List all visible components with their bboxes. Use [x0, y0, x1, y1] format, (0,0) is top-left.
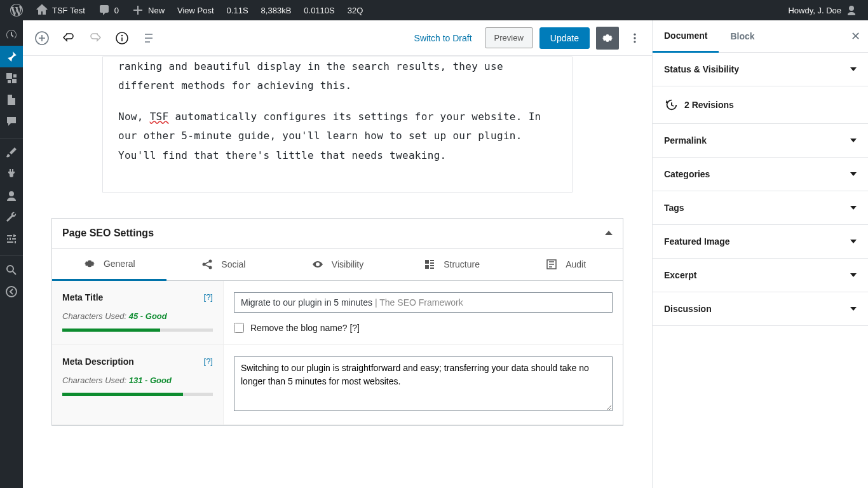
brush-icon [5, 146, 18, 159]
more-menu[interactable] [625, 27, 644, 50]
svg-point-9 [634, 41, 635, 43]
chevron-down-icon [850, 139, 857, 142]
site-name[interactable]: TSF Test [31, 0, 90, 20]
meta-title-row: Meta Title [?] Characters Used: 45 - Goo… [52, 281, 623, 345]
plug-icon [5, 168, 18, 180]
tab-document[interactable]: Document [653, 20, 719, 53]
section-status[interactable]: Status & Visibility [653, 53, 868, 86]
svg-point-10 [203, 262, 206, 266]
meta-desc-chars: Characters Used: 131 - Good [62, 376, 213, 385]
chevron-down-icon [850, 67, 857, 71]
remove-blog-name-checkbox[interactable] [234, 323, 244, 333]
paragraph-2[interactable]: Now, TSF automatically configures its se… [118, 107, 557, 165]
chevron-down-icon [850, 206, 857, 210]
nav-plugins[interactable] [0, 163, 23, 185]
metric-mem[interactable]: 8,383kB [256, 0, 297, 20]
sliders-icon [5, 233, 18, 245]
nav-collapse[interactable] [0, 281, 23, 302]
search-icon [5, 264, 18, 276]
seo-tabs: General Social Visibility Structure Audi… [52, 248, 623, 281]
switch-to-draft[interactable]: Switch to Draft [408, 29, 478, 47]
undo-button[interactable] [57, 27, 80, 50]
meta-title-help[interactable]: [?] [204, 292, 213, 302]
outline-button[interactable] [137, 27, 160, 50]
adminbar-left: TSF Test 0 New View Post 0.11S 8,383kB 0… [5, 0, 368, 20]
tab-block[interactable]: Block [719, 21, 766, 51]
howdy-user[interactable]: Howdy, J. Doe [783, 0, 863, 20]
seo-tab-structure[interactable]: Structure [395, 248, 509, 280]
nav-appearance[interactable] [0, 142, 23, 163]
pages-icon [5, 93, 18, 106]
remove-blog-name-row[interactable]: Remove the blog name? [?] [234, 323, 613, 333]
metric-queries[interactable]: 32Q [342, 0, 369, 20]
section-discussion[interactable]: Discussion [653, 292, 868, 325]
metric-time[interactable]: 0.11S [222, 0, 254, 20]
document-panel: Document Block ✕ Status & Visibility 2 R… [652, 20, 868, 488]
adminbar-right: Howdy, J. Doe [783, 0, 863, 20]
home-icon [36, 4, 48, 17]
metric-time2[interactable]: 0.0110S [299, 0, 339, 20]
nav-settings[interactable] [0, 228, 23, 250]
wp-logo[interactable] [5, 0, 28, 20]
section-excerpt[interactable]: Excerpt [653, 259, 868, 292]
metabox-toggle[interactable]: Page SEO Settings [52, 219, 623, 248]
nav-pages[interactable] [0, 89, 23, 111]
new-content[interactable]: New [126, 0, 170, 20]
settings-toggle[interactable] [596, 27, 619, 50]
seo-tab-visibility[interactable]: Visibility [280, 248, 395, 280]
meta-desc-input[interactable] [234, 356, 613, 411]
comment-icon [98, 4, 111, 17]
nav-comments[interactable] [0, 111, 23, 132]
audit-icon [545, 258, 558, 271]
info-icon [114, 30, 130, 46]
svg-point-6 [121, 34, 123, 36]
paragraph-1[interactable]: ranking and beautiful display in the sea… [118, 57, 557, 96]
section-tags[interactable]: Tags [653, 191, 868, 224]
close-panel[interactable]: ✕ [851, 29, 860, 43]
add-block-button[interactable] [31, 27, 53, 50]
seo-tab-audit[interactable]: Audit [508, 248, 623, 280]
collapse-triangle-icon [605, 231, 613, 235]
comments-link[interactable]: 0 [93, 0, 124, 20]
chevron-down-icon [850, 307, 857, 311]
meta-title-label: Meta Title [62, 292, 103, 302]
meta-title-input[interactable]: Migrate to our plugin in 5 minutes | The… [234, 292, 613, 313]
update-button[interactable]: Update [539, 27, 590, 49]
editor-body[interactable]: ranking and beautiful display in the sea… [23, 56, 652, 488]
nav-users[interactable] [0, 185, 23, 207]
comments-count: 0 [114, 6, 119, 15]
nav-media[interactable] [0, 67, 23, 89]
content-block[interactable]: ranking and beautiful display in the sea… [102, 57, 573, 193]
view-post[interactable]: View Post [172, 0, 219, 20]
meta-desc-help[interactable]: [?] [204, 356, 213, 366]
wrench-icon [5, 211, 18, 224]
section-categories[interactable]: Categories [653, 158, 868, 191]
seo-tab-general[interactable]: General [52, 248, 166, 281]
chevron-down-icon [850, 273, 857, 277]
section-permalink[interactable]: Permalink [653, 124, 868, 157]
meta-desc-bar [62, 393, 213, 396]
dashboard-icon [5, 29, 18, 41]
spell-error: TSF [150, 111, 169, 123]
redo-button[interactable] [84, 27, 107, 50]
plus-circle-icon [34, 30, 50, 46]
editor-topbar: Switch to Draft Preview Update [23, 20, 652, 56]
svg-point-2 [7, 266, 13, 272]
nav-dashboard[interactable] [0, 24, 23, 46]
pin-icon [5, 50, 18, 63]
seo-tab-social[interactable]: Social [166, 248, 281, 280]
chevron-down-icon [850, 172, 857, 176]
meta-desc-label: Meta Description [62, 356, 134, 367]
info-button[interactable] [111, 27, 133, 50]
comments-icon [5, 115, 18, 128]
revisions-link[interactable]: 2 Revisions [653, 86, 868, 123]
nav-posts[interactable] [0, 46, 23, 67]
nav-tools[interactable] [0, 207, 23, 228]
section-featured-image[interactable]: Featured Image [653, 225, 868, 258]
nav-search[interactable] [0, 259, 23, 281]
undo-icon [61, 30, 76, 46]
redo-icon [88, 30, 103, 46]
share-icon [201, 258, 214, 271]
gear-icon [83, 257, 96, 270]
preview-button[interactable]: Preview [485, 27, 533, 48]
